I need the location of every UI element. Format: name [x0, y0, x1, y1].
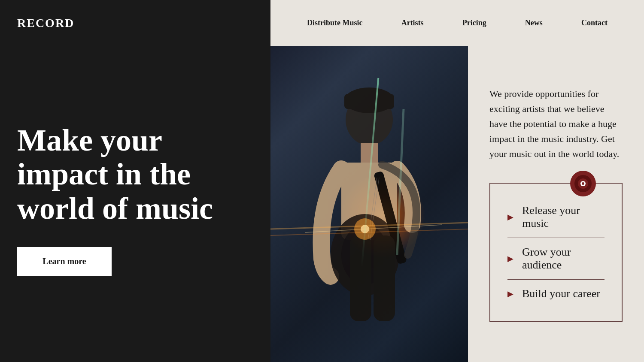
feature-item-grow[interactable]: ▶ Grow your audience [507, 238, 605, 279]
nav-artists[interactable]: Artists [401, 18, 424, 27]
nav-contact[interactable]: Contact [581, 18, 608, 27]
hero-section: Make your impact in the world of music L… [0, 46, 270, 362]
page-wrapper: RECORD Distribute Music Artists Pricing … [0, 0, 644, 362]
learn-more-button[interactable]: Learn more [17, 247, 112, 276]
nav-news[interactable]: News [525, 18, 543, 27]
header: RECORD Distribute Music Artists Pricing … [0, 0, 644, 46]
svg-rect-3 [361, 143, 378, 165]
arrow-icon-career: ▶ [507, 289, 513, 299]
arrow-icon-grow: ▶ [507, 254, 513, 263]
feature-list: ▶ Release your music ▶ Grow your audienc… [507, 196, 605, 308]
logo[interactable]: RECORD [17, 16, 74, 30]
feature-item-release[interactable]: ▶ Release your music [507, 196, 605, 238]
guitarist-image-section [270, 46, 468, 362]
feature-label-career: Build your career [522, 287, 600, 300]
nav-pricing[interactable]: Pricing [462, 18, 486, 27]
header-left: RECORD [0, 16, 270, 30]
description-text: We provide opportunities for exciting ar… [489, 86, 623, 162]
feature-label-grow: Grow your audience [522, 246, 605, 272]
nav-distribute-music[interactable]: Distribute Music [307, 18, 363, 27]
svg-rect-2 [344, 94, 394, 109]
main-nav: Distribute Music Artists Pricing News Co… [270, 0, 644, 46]
guitarist-background [270, 46, 468, 362]
main-content: Make your impact in the world of music L… [0, 46, 644, 362]
feature-label-release: Release your music [522, 204, 605, 230]
feature-item-career[interactable]: ▶ Build your career [507, 279, 605, 308]
guitarist-figure-svg [270, 46, 468, 362]
svg-point-16 [354, 218, 376, 240]
svg-point-22 [582, 182, 584, 185]
arrow-icon-release: ▶ [507, 212, 513, 222]
svg-rect-11 [374, 235, 395, 321]
vinyl-record-icon [570, 171, 596, 196]
svg-point-17 [361, 225, 369, 233]
feature-card: ▶ Release your music ▶ Grow your audienc… [489, 183, 623, 322]
info-section: We provide opportunities for exciting ar… [468, 46, 644, 362]
svg-rect-10 [350, 235, 371, 321]
hero-title: Make your impact in the world of music [17, 124, 253, 226]
